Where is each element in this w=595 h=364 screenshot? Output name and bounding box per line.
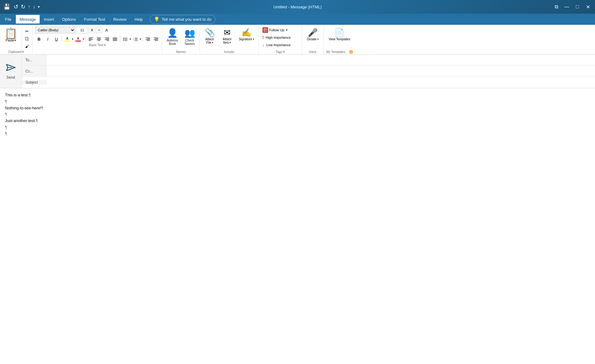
numbered-list-dropdown[interactable]: ▾ [140,37,141,41]
font-size-input[interactable] [76,27,88,33]
menu-bar: File Message Insert Options Format Text … [0,14,595,25]
svg-text:3.: 3. [133,40,134,41]
bold-btn[interactable]: B [35,35,43,43]
menu-help[interactable]: Help [131,15,147,24]
attach-file-btn[interactable]: 📎 Attach File ▾ [202,27,217,46]
numbered-list-btn[interactable]: 1.2.3. [132,36,139,42]
body-line-4: ¶ [5,111,590,118]
body-line-6: ¶ [5,124,590,131]
to-input[interactable] [46,55,595,65]
clipboard-label: Clipboard ⧉ [2,50,30,54]
underline-btn[interactable]: U [52,35,60,43]
justify-btn[interactable] [111,36,119,42]
minimize-btn[interactable]: — [562,2,571,11]
cut-button[interactable]: ✂ [24,28,30,35]
window-title: Untitled - Message (HTML) [273,5,322,9]
follow-up-label: Follow Up [269,28,284,32]
up-qat-btn[interactable]: ↑ [28,4,30,10]
outlook-window: 💾 ↺ ↻ ↑ ↓ ▾ Untitled - Message (HTML) ⧉ … [0,0,595,364]
tags-expander[interactable]: ⧉ [283,50,285,54]
view-templates-btn[interactable]: 📄 View Templates [326,27,353,42]
clipboard-expander[interactable]: ⧉ [22,50,24,54]
menu-message[interactable]: Message [16,15,40,24]
font-color-dropdown[interactable]: ▾ [83,37,84,41]
down-qat-btn[interactable]: ↓ [33,4,35,10]
maximize-btn[interactable]: □ [573,2,582,11]
format-painter-button[interactable]: 🖌 [24,43,30,50]
cc-input[interactable] [46,66,595,77]
dictate-dropdown[interactable]: ▾ [317,38,319,41]
subject-input[interactable] [46,77,595,88]
follow-up-btn[interactable]: Follow Up ▾ [261,27,299,33]
to-btn[interactable]: To... [22,55,46,65]
clear-format-btn[interactable]: Α [103,27,110,33]
attach-item-btn[interactable]: ✉ Attach Item ▾ [220,27,235,46]
dictate-btn[interactable]: 🎤 Dictate ▾ [305,27,321,42]
tags-label: Tags ⧉ [261,50,299,54]
names-label: Names [165,50,197,54]
attach-file-dropdown[interactable]: ▾ [212,41,213,44]
tags-group: Follow Up ▾ ! High Importance ↓ Low Impo… [259,25,302,54]
check-names-btn[interactable]: 👥 CheckNames [183,27,197,47]
body-line-1: This·is·a·test.¶ [5,92,590,99]
align-left-btn[interactable] [87,36,95,42]
email-fields: To... Cc... Subject [22,55,595,88]
italic-btn[interactable]: I [44,35,52,43]
highlight-color-btn[interactable]: A [63,35,71,43]
send-label: Send [6,75,15,80]
decrease-indent-btn[interactable] [144,36,152,42]
high-importance-btn[interactable]: ! High Importance [261,34,299,41]
address-book-btn[interactable]: 👤 AddressBook [165,27,180,47]
email-body[interactable]: This·is·a·test.¶ ¶ Nothing·to·see·here!¶… [0,88,595,364]
font-row-1: Calibri (Body) A A Α [35,27,160,33]
font-color-btn[interactable]: A [74,35,82,43]
check-names-label: CheckNames [185,39,195,46]
dictate-icon: 🎤 [308,28,318,37]
undo-qat-btn[interactable]: ↺ [14,3,18,10]
align-right-btn[interactable] [103,36,111,42]
attach-item-dropdown[interactable]: ▾ [230,41,231,44]
attach-file-sublabel: File [206,41,211,44]
menu-insert[interactable]: Insert [40,15,58,24]
menu-format-text[interactable]: Format Text [80,15,109,24]
tell-me-box[interactable]: 💡 Tell me what you want to do [150,15,215,24]
signature-dropdown[interactable]: ▾ [253,38,254,41]
signature-icon: ✍ [241,28,251,37]
signature-btn[interactable]: ✍ Signature ▾ [237,27,256,42]
increase-indent-btn[interactable] [152,36,160,42]
ribbon: 📋 Paste ▾ ✂ ⿻ [0,25,595,55]
attach-file-icon: 📎 [205,28,215,37]
save-qat-btn[interactable]: 💾 [2,2,11,11]
send-panel[interactable]: Send [0,55,22,88]
high-importance-icon: ! [262,35,264,40]
basic-text-expander[interactable]: ⧉ [104,43,106,47]
low-importance-btn[interactable]: ↓ Low Importance [261,42,299,48]
menu-file[interactable]: File [1,15,15,24]
redo-qat-btn[interactable]: ↻ [21,3,25,10]
bullet-list-dropdown[interactable]: ▾ [130,37,131,41]
to-row: To... [22,55,595,66]
restore-btn[interactable]: ⧉ [552,2,561,11]
font-grow-btn[interactable]: A [89,27,95,33]
paste-dropdown-arrow[interactable]: ▾ [15,39,16,42]
align-center-btn[interactable] [95,36,103,42]
highlight-dropdown[interactable]: ▾ [72,37,73,41]
paste-button[interactable]: 📋 Paste ▾ [2,27,20,43]
body-line-3: Nothing·to·see·here!¶ [5,105,590,112]
font-family-select[interactable]: Calibri (Body) [35,27,75,33]
copy-button[interactable]: ⿻ [24,35,30,42]
bullet-list-btn[interactable] [121,36,129,42]
basic-text-group: Calibri (Body) A A Α B I U A [33,25,162,54]
menu-review[interactable]: Review [109,15,130,24]
close-btn[interactable]: ✕ [583,2,593,11]
attach-item-icon: ✉ [224,28,231,37]
names-group-content: 👤 AddressBook 👥 CheckNames [165,27,197,50]
customize-qat-btn[interactable]: ▾ [38,5,40,9]
voice-group: 🎤 Dictate ▾ Voice [302,25,324,54]
follow-up-dropdown[interactable]: ▾ [286,29,288,32]
font-shrink-btn[interactable]: A [96,27,102,33]
cc-btn[interactable]: Cc... [22,66,46,77]
my-templates-collapse[interactable]: 🔼 [349,50,353,54]
menu-options[interactable]: Options [58,15,80,24]
svg-rect-36 [264,29,267,32]
